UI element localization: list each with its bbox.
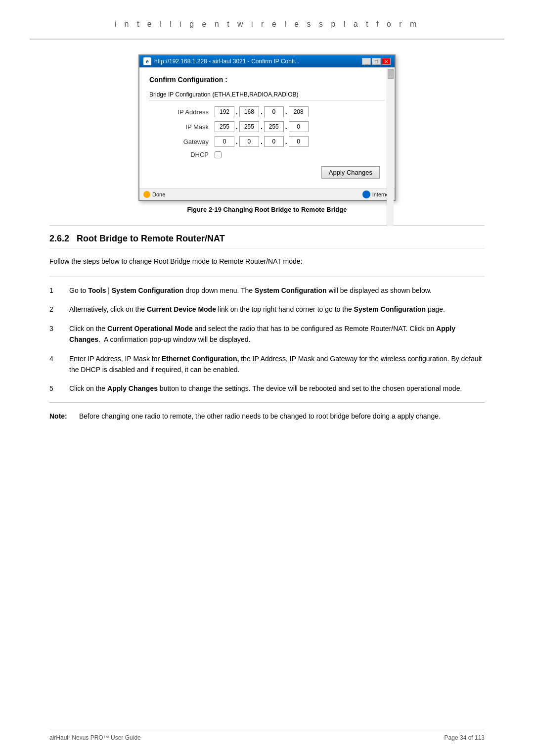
apply-changes-button[interactable]: Apply Changes [321,166,380,179]
ip-address-label: IP Address [154,108,209,116]
restore-button[interactable]: □ [372,58,381,65]
steps-list: 1 Go to Tools | System Configuration dro… [49,285,485,394]
step-num-2: 2 [49,304,59,315]
step-num-1: 1 [49,285,59,296]
browser-page-icon: e [143,57,151,65]
step-5: 5 Click on the Apply Changes button to c… [49,383,485,394]
mask-dot-1: . [235,123,238,131]
ip-dot-2: . [260,108,263,116]
note-label: Note: [49,411,74,422]
section-title: Root Bridge to Remote Router/NAT [77,234,225,243]
dhcp-label: DHCP [154,151,209,158]
ip-mask-label: IP Mask [154,123,209,131]
section-number: 2.6.2 [49,234,69,243]
gw-octet-1[interactable] [215,136,234,147]
gateway-row: Gateway . . . [149,136,385,147]
ip-octet-4[interactable] [289,106,309,117]
steps-top-divider [49,277,485,277]
browser-window: e http://192.168.1.228 - airHaul 3021 - … [138,54,396,201]
bridge-ip-section: Bridge IP Configuration (ETHA,ETHB,RADIO… [149,91,385,181]
step-text-4: Enter IP Address, IP Mask for Ethernet C… [69,353,485,376]
ip-octet-3[interactable] [264,106,284,117]
mask-octet-4[interactable] [289,121,309,132]
dhcp-checkbox[interactable] [215,151,222,158]
step-text-5: Click on the Apply Changes button to cha… [69,383,485,394]
figure-caption: Figure 2-19 Changing Root Bridge to Remo… [49,206,485,213]
header-tagline: i n t e l l i g e n t w i r e l e s s p … [115,20,420,28]
footer-left: airHaul² Nexus PRO™ User Guide [49,734,141,741]
gateway-label: Gateway [154,138,209,145]
status-done-text: Done [152,191,165,197]
step-text-1: Go to Tools | System Configuration drop … [69,285,485,296]
ip-octet-1[interactable] [215,106,234,117]
gw-dot-3: . [285,138,288,145]
ip-mask-row: IP Mask . . . [149,121,385,132]
titlebar-left: e http://192.168.1.228 - airHaul 3021 - … [143,57,300,65]
ip-address-fields: . . . [215,106,309,117]
bridge-label: Bridge IP Configuration [149,91,211,98]
step-3: 3 Click on the Current Operational Mode … [49,323,485,345]
minimize-button[interactable]: _ [362,58,371,65]
step-num-5: 5 [49,383,59,394]
scrollbar[interactable] [387,68,394,226]
status-done: Done [143,191,165,198]
ip-dot-3: . [285,108,288,116]
step-num-4: 4 [49,353,59,364]
mask-octet-3[interactable] [264,121,284,132]
browser-body: Confirm Configuration : Bridge IP Config… [139,67,395,189]
done-icon [143,191,150,198]
mask-octet-2[interactable] [239,121,259,132]
gw-dot-1: . [235,138,238,145]
globe-icon [362,190,370,198]
steps-bottom-divider [49,402,485,403]
page-header: i n t e l l i g e n t w i r e l e s s p … [30,0,504,40]
top-divider [49,225,485,226]
close-button[interactable]: ✕ [382,58,391,65]
bridge-suffix: (ETHA,ETHB,RADIOA,RADIOB) [212,91,298,98]
ip-mask-fields: . . . [215,121,309,132]
step-text-2: Alternatively, click on the Current Devi… [69,304,485,315]
step-1: 1 Go to Tools | System Configuration dro… [49,285,485,296]
note-text: Before changing one radio to remote, the… [79,411,441,422]
bridge-section-title: Bridge IP Configuration (ETHA,ETHB,RADIO… [149,91,385,100]
mask-dot-2: . [260,123,263,131]
window-controls[interactable]: _ □ ✕ [362,58,391,65]
step-text-3: Click on the Current Operational Mode an… [69,323,485,345]
intro-text: Follow the steps below to change Root Br… [49,256,485,267]
ip-dot-1: . [235,108,238,116]
confirm-title: Confirm Configuration : [149,76,385,84]
scroll-thumb[interactable] [388,69,394,79]
ip-address-row: IP Address . . . [149,106,385,117]
gateway-fields: . . . [215,136,309,147]
gw-octet-3[interactable] [264,136,284,147]
gw-octet-4[interactable] [289,136,309,147]
note-section: Note: Before changing one radio to remot… [49,411,485,422]
step-2: 2 Alternatively, click on the Current De… [49,304,485,315]
dhcp-row: DHCP [149,151,385,158]
apply-row: Apply Changes [149,162,385,181]
section-heading: 2.6.2 Root Bridge to Remote Router/NAT [49,234,485,248]
browser-statusbar: Done Internet [139,189,395,200]
mask-dot-3: . [285,123,288,131]
step-4: 4 Enter IP Address, IP Mask for Ethernet… [49,353,485,376]
browser-title: http://192.168.1.228 - airHaul 3021 - Co… [154,58,300,65]
ip-octet-2[interactable] [239,106,259,117]
mask-octet-1[interactable] [215,121,234,132]
browser-titlebar: e http://192.168.1.228 - airHaul 3021 - … [139,55,395,67]
gw-dot-2: . [260,138,263,145]
step-num-3: 3 [49,323,59,334]
page-footer: airHaul² Nexus PRO™ User Guide Page 34 o… [49,730,485,741]
main-content: e http://192.168.1.228 - airHaul 3021 - … [0,40,534,436]
footer-right: Page 34 of 113 [445,734,485,741]
gw-octet-2[interactable] [239,136,259,147]
